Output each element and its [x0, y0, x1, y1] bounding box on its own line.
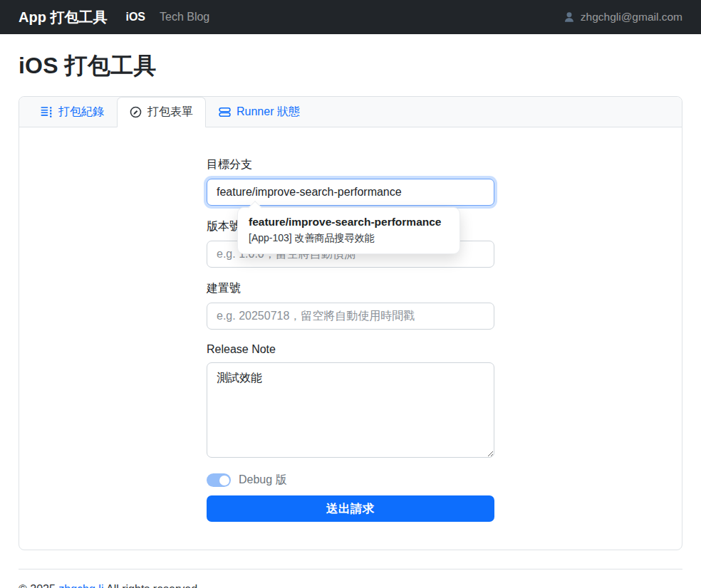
- debug-toggle-switch[interactable]: [207, 473, 231, 487]
- copyright-prefix: © 2025: [19, 583, 58, 588]
- tab-bar: 打包紀錄 打包表單 Runner 狀態: [19, 97, 682, 127]
- branch-field-group: 目標分支 feature/improve-search-performance …: [207, 157, 494, 206]
- list-icon: [41, 106, 53, 118]
- suggestion-branch-name: feature/improve-search-performance: [249, 216, 449, 229]
- build-field-group: 建置號: [207, 281, 494, 330]
- build-number-label: 建置號: [207, 281, 494, 296]
- tab-package-history[interactable]: 打包紀錄: [28, 97, 117, 127]
- submit-request-button[interactable]: 送出請求: [207, 495, 494, 522]
- person-icon: [563, 11, 576, 23]
- branch-suggestion-popover[interactable]: feature/improve-search-performance [App-…: [237, 207, 460, 254]
- debug-toggle-row: Debug 版: [207, 473, 494, 488]
- release-note-field-group: Release Note 測試效能: [207, 343, 494, 458]
- tab-label: 打包紀錄: [58, 105, 104, 120]
- top-navbar: App 打包工具 iOS Tech Blog zhgchgli@gmail.co…: [0, 0, 701, 34]
- pencil-circle-icon: [130, 106, 142, 118]
- tab-panel-package-form: 目標分支 feature/improve-search-performance …: [19, 127, 682, 550]
- user-email: zhgchgli@gmail.com: [581, 11, 682, 23]
- branch-label: 目標分支: [207, 157, 494, 172]
- stack-icon: [219, 106, 231, 118]
- build-number-input[interactable]: [207, 303, 494, 330]
- branch-input[interactable]: [207, 179, 494, 206]
- tab-label: 打包表單: [147, 105, 193, 120]
- user-account[interactable]: zhgchgli@gmail.com: [563, 11, 682, 23]
- debug-toggle-label: Debug 版: [239, 473, 287, 488]
- copyright-suffix: All rights reserved.: [103, 583, 200, 588]
- tab-package-form[interactable]: 打包表單: [117, 97, 206, 127]
- navbar-brand[interactable]: App 打包工具: [19, 8, 107, 27]
- tab-runner-status[interactable]: Runner 狀態: [206, 97, 313, 127]
- nav-item-ios[interactable]: iOS: [125, 11, 145, 23]
- packaging-card: 打包紀錄 打包表單 Runner 狀態: [19, 96, 682, 550]
- release-note-label: Release Note: [207, 343, 494, 356]
- footer-site-link[interactable]: zhgchg.li: [58, 583, 103, 588]
- suggestion-branch-description: [App-103] 改善商品搜尋效能: [249, 232, 449, 245]
- page-title: iOS 打包工具: [19, 51, 682, 82]
- main-container: iOS 打包工具 打包紀錄: [19, 51, 682, 550]
- toggle-knob: [219, 476, 229, 485]
- release-note-textarea[interactable]: 測試效能: [207, 362, 494, 458]
- package-form: 目標分支 feature/improve-search-performance …: [207, 157, 494, 522]
- tab-label: Runner 狀態: [237, 105, 300, 120]
- page-footer: © 2025 zhgchg.li All rights reserved.: [19, 569, 682, 588]
- nav-item-tech-blog[interactable]: Tech Blog: [160, 11, 209, 23]
